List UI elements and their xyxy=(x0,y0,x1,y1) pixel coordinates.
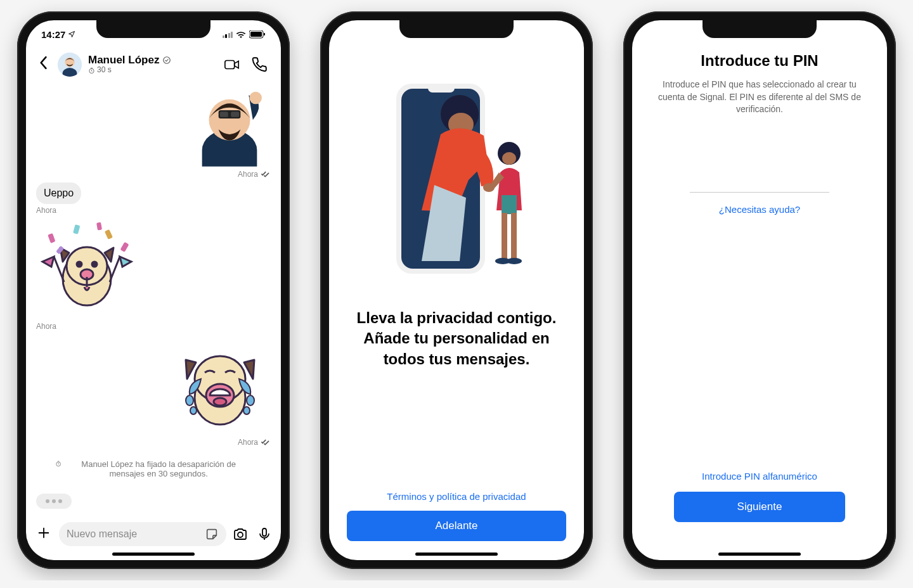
read-receipt-icon xyxy=(261,170,271,178)
svg-point-5 xyxy=(164,56,171,63)
message-bubble: Ueppo xyxy=(36,182,81,204)
message-outgoing-sticker: Ahora xyxy=(36,86,271,179)
svg-rect-11 xyxy=(231,112,239,117)
home-indicator xyxy=(718,553,801,556)
svg-point-32 xyxy=(190,407,197,414)
svg-rect-25 xyxy=(96,222,102,231)
timer-icon xyxy=(88,67,95,74)
voice-call-icon[interactable] xyxy=(252,56,268,73)
phone-mockup-pin: Introduce tu PIN Introduce el PIN que ha… xyxy=(623,11,896,569)
video-call-icon[interactable] xyxy=(224,56,240,73)
wifi-icon xyxy=(236,30,246,38)
onboarding-illustration xyxy=(377,71,536,286)
continue-button[interactable]: Adelante xyxy=(347,511,566,541)
microphone-icon[interactable] xyxy=(257,527,272,542)
pin-input[interactable] xyxy=(690,192,829,193)
svg-rect-10 xyxy=(220,112,228,117)
memoji-sticker-icon xyxy=(188,86,271,168)
chat-header: Manuel López 30 s xyxy=(26,48,281,83)
camera-icon[interactable] xyxy=(233,527,248,542)
avatar-memoji-icon xyxy=(58,53,82,77)
notch xyxy=(96,20,210,38)
timestamp: Ahora xyxy=(238,438,258,447)
svg-point-16 xyxy=(92,262,97,267)
svg-rect-7 xyxy=(225,60,235,68)
help-link[interactable]: ¿Necesitas ayuda? xyxy=(719,204,800,215)
svg-point-31 xyxy=(247,395,254,406)
svg-point-44 xyxy=(502,152,516,165)
svg-rect-22 xyxy=(105,229,113,240)
read-receipt-icon xyxy=(261,438,271,446)
attach-button[interactable] xyxy=(35,525,53,544)
message-incoming-text: Ueppo Ahora xyxy=(36,182,271,215)
avatar[interactable] xyxy=(58,53,82,77)
message-placeholder: Nuevo mensaje xyxy=(67,528,200,540)
cellular-icon xyxy=(223,31,233,38)
dog-crying-sticker-icon xyxy=(169,335,271,436)
onboarding-body: Lleva la privacidad contigo. Añade tu pe… xyxy=(329,20,584,560)
contact-name: Manuel López xyxy=(88,54,159,67)
pin-body: Introduce tu PIN Introduce el PIN que ha… xyxy=(632,20,887,560)
message-outgoing-sticker: Ahora xyxy=(36,335,271,447)
svg-rect-47 xyxy=(511,213,517,259)
location-icon xyxy=(68,30,75,38)
svg-rect-1 xyxy=(250,32,262,37)
chevron-left-icon xyxy=(39,56,48,70)
svg-point-29 xyxy=(214,398,226,406)
chat-body: Ahora Ueppo Ahora xyxy=(26,83,281,517)
back-button[interactable] xyxy=(35,52,51,77)
pin-title: Introduce tu PIN xyxy=(701,52,818,70)
typing-indicator xyxy=(36,494,72,509)
notch xyxy=(703,20,817,38)
message-incoming-sticker: Ahora xyxy=(36,219,271,331)
plus-icon xyxy=(37,526,51,540)
svg-rect-36 xyxy=(262,528,266,536)
dog-party-sticker-icon xyxy=(36,219,138,320)
svg-rect-21 xyxy=(73,224,80,234)
notch xyxy=(399,20,514,38)
onboarding-headline: Lleva la privacidad contigo. Añade tu pe… xyxy=(347,308,566,369)
battery-icon xyxy=(249,30,266,39)
disappearing-timer: 30 s xyxy=(97,66,112,75)
timestamp: Ahora xyxy=(238,170,258,179)
svg-rect-20 xyxy=(48,233,55,243)
svg-point-35 xyxy=(238,532,243,537)
svg-rect-2 xyxy=(264,33,265,35)
svg-point-49 xyxy=(507,258,522,264)
next-button[interactable]: Siguiente xyxy=(674,492,845,522)
home-indicator xyxy=(415,553,498,556)
svg-point-33 xyxy=(243,407,250,414)
contact-info[interactable]: Manuel López 30 s xyxy=(88,54,217,75)
phone-mockup-chat: 14:27 xyxy=(17,11,290,569)
verified-icon xyxy=(162,56,171,65)
timer-icon xyxy=(55,459,62,468)
phone-mockup-onboarding: Lleva la privacidad contigo. Añade tu pe… xyxy=(320,11,593,569)
svg-rect-39 xyxy=(428,84,455,93)
system-message: Manuel López ha fijado la desaparición d… xyxy=(36,451,271,487)
timestamp: Ahora xyxy=(36,206,56,215)
svg-rect-23 xyxy=(120,242,129,252)
sticker-icon[interactable] xyxy=(205,527,219,541)
terms-link[interactable]: Términos y política de privacidad xyxy=(387,491,526,502)
svg-point-12 xyxy=(249,92,262,105)
svg-rect-45 xyxy=(502,195,517,214)
svg-point-15 xyxy=(77,262,82,267)
message-input[interactable]: Nuevo mensaje xyxy=(59,522,226,546)
alphanumeric-pin-link[interactable]: Introduce PIN alfanumérico xyxy=(702,471,817,482)
svg-point-30 xyxy=(186,395,193,406)
pin-description: Introduce el PIN que has seleccionado al… xyxy=(658,79,861,116)
status-time: 14:27 xyxy=(41,29,65,40)
svg-rect-46 xyxy=(502,213,507,259)
home-indicator xyxy=(112,553,195,556)
timestamp: Ahora xyxy=(36,322,56,331)
